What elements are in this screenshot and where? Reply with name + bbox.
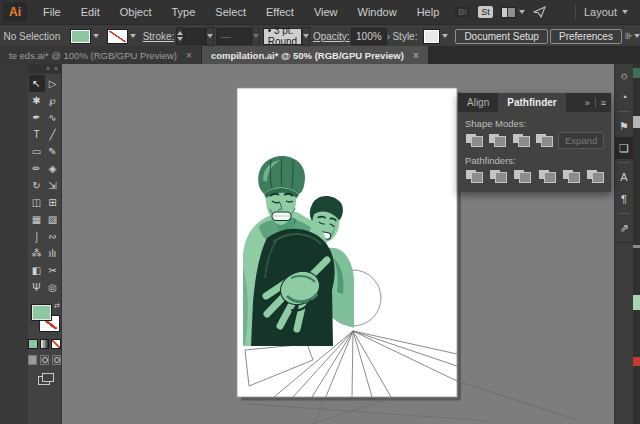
scale-tool[interactable]: ⇲ bbox=[45, 177, 61, 194]
divide-button[interactable] bbox=[465, 169, 483, 184]
stroke-color-dropdown[interactable] bbox=[107, 29, 136, 44]
draw-normal-mode[interactable] bbox=[28, 355, 37, 365]
fill-swatch[interactable] bbox=[70, 29, 91, 44]
artboard-tool[interactable]: ◧ bbox=[29, 262, 45, 279]
document-tab-active[interactable]: compilation.ai* @ 50% (RGB/GPU Preview) … bbox=[202, 46, 428, 64]
selection-tool[interactable]: ↖ bbox=[29, 75, 45, 92]
menu-select[interactable]: Select bbox=[205, 6, 256, 18]
export-panel-icon[interactable]: ⇗ bbox=[615, 217, 633, 239]
stroke-weight-stepper[interactable] bbox=[176, 27, 184, 45]
magic-wand-tool[interactable]: ✱ bbox=[29, 92, 45, 109]
stock-button[interactable]: St bbox=[478, 6, 493, 18]
gradient-panel-icon[interactable]: ◔ bbox=[615, 86, 633, 108]
color-button[interactable] bbox=[28, 339, 38, 349]
eyedropper-tool[interactable]: ⌡ bbox=[29, 228, 45, 245]
symbol-sprayer-tool[interactable]: ⁂ bbox=[29, 245, 45, 262]
style-dropdown[interactable] bbox=[423, 29, 448, 44]
paragraph-styles-panel-icon[interactable]: ¶ bbox=[615, 188, 633, 210]
menu-effect[interactable]: Effect bbox=[256, 6, 304, 18]
draw-behind-mode[interactable] bbox=[40, 355, 49, 365]
workspace-switcher[interactable]: Layout bbox=[584, 6, 628, 18]
fill-proxy[interactable] bbox=[31, 304, 52, 321]
pencil-tool[interactable]: ✏ bbox=[29, 160, 45, 177]
align-options-icon[interactable]: ⊪ bbox=[625, 31, 633, 41]
tools-panel-header[interactable]: « × bbox=[28, 64, 61, 74]
menu-file[interactable]: File bbox=[33, 6, 71, 18]
document-setup-button[interactable]: Document Setup bbox=[455, 29, 548, 44]
swap-fill-stroke-icon[interactable]: ⇄ bbox=[54, 302, 60, 310]
arrange-documents-button[interactable] bbox=[501, 7, 525, 18]
mesh-tool[interactable]: ▦ bbox=[29, 211, 45, 228]
direct-selection-tool[interactable]: ▷ bbox=[45, 75, 61, 92]
menu-type[interactable]: Type bbox=[162, 6, 206, 18]
collapse-panel-icon[interactable]: » bbox=[585, 98, 590, 108]
eraser-tool[interactable]: ◈ bbox=[45, 160, 61, 177]
preferences-button[interactable]: Preferences bbox=[550, 29, 622, 44]
chevron-down-icon[interactable] bbox=[206, 27, 214, 46]
gradient-button[interactable] bbox=[40, 339, 50, 349]
rectangle-tool[interactable]: ▭ bbox=[29, 143, 45, 160]
expand-button[interactable]: Expand bbox=[558, 132, 604, 149]
none-button[interactable] bbox=[51, 339, 61, 349]
blend-tool[interactable]: ∾ bbox=[45, 228, 61, 245]
tab-pathfinder[interactable]: Pathfinder bbox=[498, 93, 565, 112]
app-logo[interactable]: Ai bbox=[3, 2, 27, 22]
share-button[interactable] bbox=[533, 6, 546, 18]
perspective-grid-tool[interactable]: ⊞ bbox=[45, 194, 61, 211]
minus-back-button[interactable] bbox=[586, 169, 604, 184]
paintbrush-tool[interactable]: ✎ bbox=[45, 143, 61, 160]
opacity-panel-link[interactable]: Opacity: bbox=[313, 31, 350, 42]
gradient-tool[interactable]: ▨ bbox=[45, 211, 61, 228]
merge-button[interactable] bbox=[513, 169, 531, 184]
curvature-tool[interactable]: ∿ bbox=[45, 109, 61, 126]
crop-button[interactable] bbox=[538, 169, 556, 184]
outline-button[interactable] bbox=[562, 169, 580, 184]
stroke-swatch-none[interactable] bbox=[107, 29, 128, 44]
collapse-icon[interactable]: « bbox=[46, 64, 50, 74]
style-swatch[interactable] bbox=[423, 29, 440, 44]
type-tool[interactable]: T bbox=[29, 126, 45, 143]
menu-object[interactable]: Object bbox=[110, 6, 162, 18]
menu-edit[interactable]: Edit bbox=[71, 6, 110, 18]
rotate-tool[interactable]: ↻ bbox=[29, 177, 45, 194]
stroke-weight-field[interactable] bbox=[184, 28, 206, 45]
align-panel-icon[interactable]: ⚑ bbox=[615, 115, 633, 137]
minus-front-button[interactable] bbox=[488, 133, 505, 148]
opacity-expand-arrow[interactable]: › bbox=[387, 31, 390, 42]
menu-window[interactable]: Window bbox=[348, 6, 407, 18]
fill-color-dropdown[interactable] bbox=[70, 29, 99, 44]
slice-tool[interactable]: ✂ bbox=[45, 262, 61, 279]
exclude-button[interactable] bbox=[535, 133, 552, 148]
brush-definition-dropdown[interactable]: • 3 pt. Round bbox=[263, 28, 302, 45]
chevron-down-icon[interactable] bbox=[634, 34, 640, 38]
stroke-panel-link[interactable]: Stroke: bbox=[143, 31, 175, 42]
pen-tool[interactable]: ✒ bbox=[29, 109, 45, 126]
menu-view[interactable]: View bbox=[304, 6, 348, 18]
chevron-down-icon[interactable] bbox=[302, 27, 310, 46]
opacity-field[interactable]: 100% bbox=[351, 28, 387, 45]
illustrator-window: Ai FileEditObjectTypeSelectEffectViewWin… bbox=[0, 0, 640, 424]
graphic-styles-panel-icon[interactable]: A bbox=[615, 166, 633, 188]
fill-stroke-indicator[interactable]: ⇄ bbox=[28, 304, 61, 334]
close-icon[interactable]: × bbox=[413, 50, 419, 61]
close-icon[interactable]: × bbox=[54, 64, 58, 74]
shape-builder-tool[interactable]: ◫ bbox=[29, 194, 45, 211]
document-tab[interactable]: te eds.ai* @ 100% (RGB/GPU Preview) × bbox=[0, 46, 202, 64]
line-segment-tool[interactable]: ╱ bbox=[45, 126, 61, 143]
color-panel-icon[interactable]: ☼ bbox=[615, 64, 633, 86]
panel-menu-icon[interactable]: ≡ bbox=[601, 98, 606, 108]
zoom-tool[interactable]: ◎ bbox=[45, 279, 61, 296]
trim-button[interactable] bbox=[489, 169, 507, 184]
lasso-tool[interactable]: ℘ bbox=[45, 92, 61, 109]
tab-align[interactable]: Align bbox=[458, 93, 498, 112]
intersect-button[interactable] bbox=[512, 133, 529, 148]
bridge-button[interactable]: Br bbox=[455, 6, 470, 18]
pathfinder-panel-icon[interactable]: ❏ bbox=[615, 137, 633, 159]
change-screen-mode-button[interactable] bbox=[38, 373, 52, 384]
hand-tool[interactable]: Ψ bbox=[29, 279, 45, 296]
close-icon[interactable]: × bbox=[186, 50, 192, 61]
menu-help[interactable]: Help bbox=[407, 6, 450, 18]
unite-button[interactable] bbox=[465, 133, 482, 148]
draw-inside-mode[interactable] bbox=[52, 355, 61, 365]
column-graph-tool[interactable]: ılı bbox=[45, 245, 61, 262]
